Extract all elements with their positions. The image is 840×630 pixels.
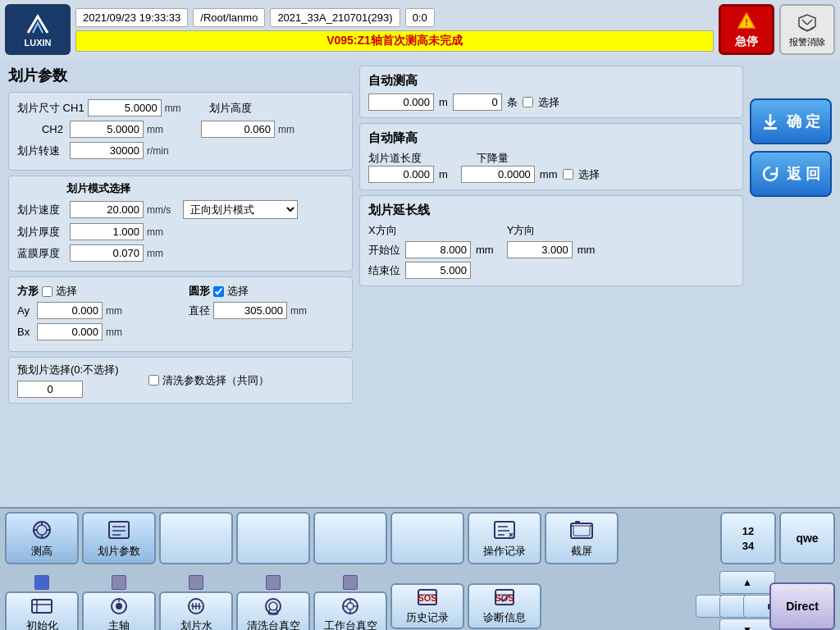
mode-select[interactable]: 正向划片模式 反向划片模式 往复划片模式 (183, 200, 298, 219)
speed-label: 划片转速 (17, 144, 66, 158)
mode-section-label: 划片模式选择 (66, 181, 130, 196)
measure-select-checkbox[interactable] (523, 97, 533, 107)
lower-amount-input[interactable] (461, 166, 535, 183)
x-end-input[interactable] (405, 262, 471, 279)
diameter-input[interactable] (213, 302, 287, 319)
y-value-row: mm (507, 241, 596, 258)
toolbar-empty4-btn[interactable] (390, 512, 464, 564)
ch2-input[interactable] (70, 121, 144, 138)
toolbar-empty2-btn[interactable] (236, 512, 310, 564)
measure-value2-input[interactable] (453, 94, 502, 111)
precut-input[interactable] (17, 381, 83, 398)
y-dir-row: Y方向 (507, 223, 596, 238)
spindle-indicator (112, 575, 126, 590)
ch1-unit: mm (165, 103, 189, 114)
numpad-label: 12 (742, 525, 754, 537)
numpad-btn[interactable]: 12 34 (720, 512, 776, 564)
toolbar-cleanvac-btn[interactable]: 清洗台真空 (236, 591, 310, 630)
x-dir-label: X方向 (368, 223, 397, 238)
svg-point-26 (116, 603, 122, 609)
small-blue-btn[interactable] (34, 575, 49, 590)
lower-select-checkbox[interactable] (563, 169, 573, 180)
svg-rect-21 (573, 526, 590, 536)
cleanvac-indicator (266, 575, 281, 590)
diameter-unit: mm (290, 305, 315, 317)
auto-lower-panel: 自动降高 划片道长度 下降量 m mm 选择 (359, 123, 743, 190)
measure-value1-input[interactable] (368, 94, 434, 111)
bx-input[interactable] (37, 323, 103, 340)
ch1-row: 划片尺寸 CH1 mm 划片高度 (17, 99, 344, 116)
film-input[interactable] (70, 244, 144, 262)
confirm-button[interactable]: 确 定 (750, 98, 832, 144)
toolbar-empty3-btn[interactable] (313, 512, 387, 564)
toolbar-workvac-btn[interactable]: 工作台真空 (313, 591, 387, 630)
bx-label: Bx (17, 326, 34, 338)
x-dir-row: X方向 (368, 223, 494, 238)
ay-row: Ay mm (17, 302, 172, 319)
ch2-label: CH2 (17, 123, 66, 135)
toolbar-init-btn[interactable]: 初始化 (5, 591, 79, 630)
toolbar-row2: 初始化 主轴 划片水 (0, 568, 840, 630)
height-input[interactable] (201, 121, 275, 138)
toolbar-oplog-btn[interactable]: 操作记录 (468, 512, 541, 564)
numpad-label2: 34 (742, 540, 754, 552)
workvac-indicator (343, 575, 358, 590)
direct-button[interactable]: Direct (769, 582, 835, 630)
film-label: 蓝膜厚度 (17, 246, 66, 261)
y-section: Y方向 mm (507, 223, 596, 258)
x-start-input[interactable] (405, 241, 471, 258)
circle-select-row: 圆形 选择 (189, 284, 344, 299)
svg-text:!: ! (745, 17, 748, 27)
toolbar-empty1-btn[interactable] (159, 512, 233, 564)
y-unit: mm (578, 244, 596, 256)
toolbar-measure-btn[interactable]: 测高 (5, 512, 79, 564)
clean-label: 清洗参数选择（共同） (162, 373, 269, 388)
toolbar-params-btn[interactable]: 划片参数 (82, 512, 156, 564)
clean-checkbox[interactable] (148, 375, 159, 386)
workvac-group: 工作台真空 (313, 575, 387, 630)
feed-label: 划片速度 (17, 203, 66, 217)
lower-amount-label: 下降量 (477, 151, 509, 166)
job-field: 2021_33A_210701(293) (270, 8, 399, 27)
coords-field: 0:0 (405, 8, 435, 27)
toolbar-water-btn[interactable]: 划片水 (159, 591, 233, 630)
ch2-unit: mm (147, 124, 171, 135)
lower-unit: mm (540, 168, 558, 180)
toolbar-diag-btn[interactable]: SOS 诊断信息 (468, 583, 541, 629)
svg-point-29 (266, 599, 281, 614)
right-panel: 自动测高 m 条 选择 自动降高 划片道长度 下降量 m mm (359, 66, 743, 504)
square-select-row: 方形 选择 (17, 284, 172, 299)
height-unit: mm (278, 124, 303, 135)
y-value-input[interactable] (507, 241, 573, 258)
mode-row: 划片模式选择 (17, 181, 344, 196)
svg-point-30 (269, 602, 277, 610)
speed-input[interactable] (70, 142, 144, 159)
track-length-unit: m (439, 168, 448, 180)
film-unit: mm (147, 248, 171, 259)
alert-cancel-button[interactable]: 报警消除 (779, 4, 835, 55)
feed-input[interactable] (70, 201, 144, 218)
thickness-unit: mm (147, 226, 171, 238)
right-controls: 12 34 qwe (720, 512, 835, 564)
ay-input[interactable] (37, 302, 103, 319)
left-panel: 划片参数 划片尺寸 CH1 mm 划片高度 CH2 mm mm 划片转速 (8, 66, 353, 504)
alert-message: V095:Z1轴首次测高未完成 (75, 30, 714, 52)
film-row: 蓝膜厚度 mm (17, 244, 344, 262)
return-button[interactable]: 返 回 (750, 151, 832, 197)
measure-unit1: m (439, 96, 448, 108)
track-length-input[interactable] (368, 166, 434, 183)
ch1-input[interactable] (88, 99, 162, 116)
toolbar-history-btn[interactable]: SOS 历史记录 (390, 583, 464, 629)
thickness-input[interactable] (70, 223, 144, 240)
toolbar-screenshot-btn[interactable]: 截屏 (545, 512, 619, 564)
square-checkbox[interactable] (42, 286, 52, 297)
y-dir-label: Y方向 (507, 223, 536, 238)
qwe-btn[interactable]: qwe (779, 512, 835, 564)
precut-label: 预划片选择(0:不选择) (17, 363, 119, 377)
ems-button[interactable]: ! 急停 (719, 4, 774, 55)
auto-lower-title: 自动降高 (368, 130, 734, 146)
circle-checkbox[interactable] (213, 286, 224, 297)
datetime-field: 2021/09/23 19:33:33 (75, 8, 188, 27)
speed-unit: r/min (147, 145, 171, 157)
toolbar-spindle-btn[interactable]: 主轴 (82, 591, 156, 630)
